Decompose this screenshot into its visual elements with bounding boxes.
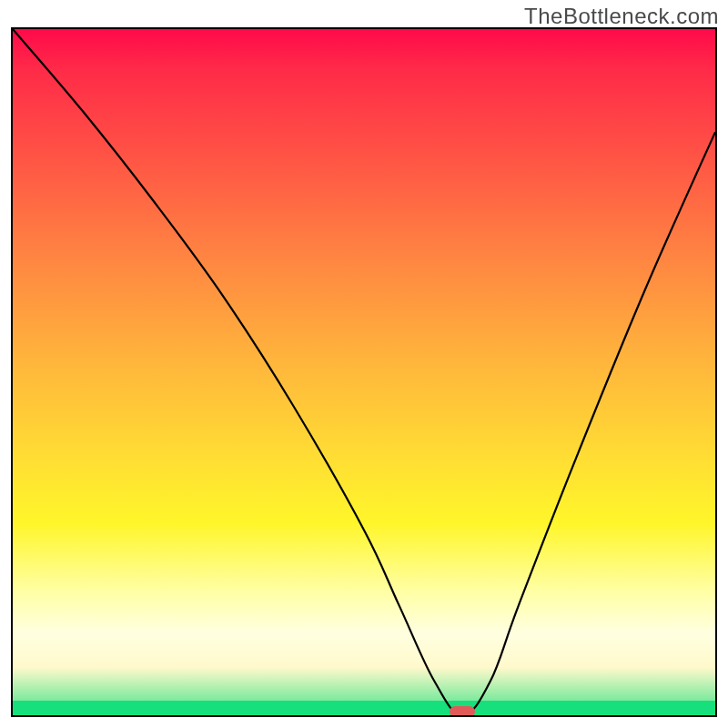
gradient-background — [13, 29, 715, 715]
plot-area — [11, 27, 717, 717]
green-baseline-strip — [13, 701, 715, 715]
minimum-marker — [450, 706, 475, 717]
chart-frame: TheBottleneck.com — [0, 0, 728, 728]
watermark-text: TheBottleneck.com — [524, 4, 719, 29]
